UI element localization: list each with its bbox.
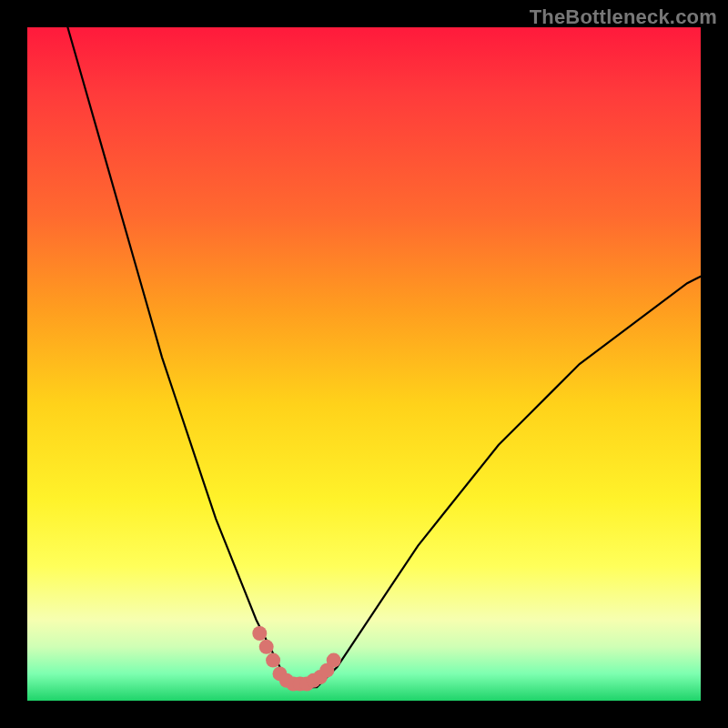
trough-marker [327,653,341,668]
watermark-text: TheBottleneck.com [530,5,717,29]
trough-marker [266,653,280,668]
trough-marker [259,640,274,654]
trough-marker-group [252,626,340,692]
bottleneck-curve-svg [27,27,701,701]
trough-marker [252,626,267,641]
bottleneck-curve [67,27,701,687]
chart-frame: TheBottleneck.com [0,0,728,728]
plot-area [27,27,701,701]
